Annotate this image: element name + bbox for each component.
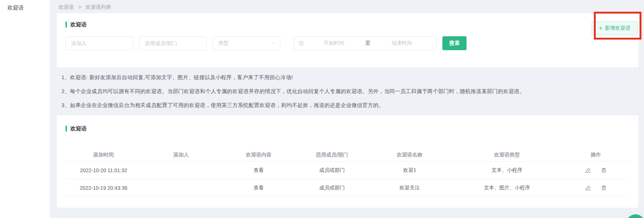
tips-list: 1、欢迎语: 新好友添加后自动回复,可添加文字、图片、链接以及小程序，客户来了不… [57, 73, 639, 109]
members-link[interactable]: 成员或部门 [297, 185, 367, 191]
welcome-table: 添加时间 添加人 欢迎语内容 适用成员/部门 欢迎语名称 欢迎语类型 操作 20… [65, 148, 630, 197]
cell-added-time: 2022-10-20 11:01:32 [65, 167, 142, 173]
table-section-title: 欢迎语 [70, 125, 87, 132]
sidebar: 欢迎语 [0, 0, 50, 218]
chevron-down-icon [271, 41, 276, 45]
end-time-placeholder[interactable]: 结束时间 [372, 40, 432, 47]
column-header-type: 欢迎语类型 [452, 152, 562, 158]
plus-icon: + [599, 25, 602, 32]
cell-actions [562, 167, 630, 173]
view-content-link[interactable]: 查看 [221, 185, 297, 191]
type-select[interactable]: 类型 [213, 36, 280, 50]
clock-icon [299, 41, 304, 46]
date-range-picker[interactable]: 开始时间 至 结束时间 [294, 36, 437, 50]
section-accent-bar [65, 126, 67, 132]
tip-line-3: 3、如果企业在企业微信后台为相关成员配置了可用的欢迎语，使用第三方系统配置欢迎语… [61, 101, 639, 109]
column-header-actions: 操作 [562, 152, 630, 158]
column-header-members: 适用成员/部门 [297, 152, 367, 158]
column-header-content: 欢迎语内容 [221, 152, 297, 158]
main-content: 欢迎语 > 欢迎语列表 欢迎语 + 新增欢迎语 类型 [50, 0, 644, 218]
app: { "sidebar": { "item_welcome": "欢迎语" }, … [0, 0, 644, 218]
type-select-placeholder: 类型 [218, 40, 229, 47]
sidebar-item-welcome[interactable]: 欢迎语 [0, 0, 50, 11]
edit-icon [585, 167, 591, 173]
delete-button[interactable] [601, 167, 607, 173]
table-header-row: 添加时间 添加人 欢迎语内容 适用成员/部门 欢迎语名称 欢迎语类型 操作 [65, 148, 630, 162]
adder-input[interactable] [65, 36, 133, 50]
column-header-adder: 添加人 [142, 152, 221, 158]
column-header-added-time: 添加时间 [65, 152, 142, 158]
delete-icon [601, 185, 607, 191]
table-row: 2022-10-20 11:01:32 查看 成员或部门 欢迎1 文本、小程序 [65, 162, 630, 179]
add-welcome-button[interactable]: + 新增欢迎语 [592, 21, 638, 35]
table-section-header: 欢迎语 [65, 125, 630, 132]
cell-welcome-type: 文本、图片、小程序 [452, 185, 562, 191]
breadcrumb-item-welcome-list: 欢迎语列表 [86, 4, 111, 10]
members-link[interactable]: 成员或部门 [297, 167, 367, 174]
cell-added-time: 2022-10-19 20:43:36 [65, 185, 142, 191]
breadcrumb-separator: > [78, 4, 81, 10]
cell-welcome-type: 文本、小程序 [452, 167, 562, 174]
filter-card: 欢迎语 + 新增欢迎语 类型 开始时间 至 结束时间 搜 [57, 13, 639, 67]
filter-section-title: 欢迎语 [70, 21, 87, 28]
section-accent-bar [65, 22, 67, 27]
column-header-name: 欢迎语名称 [367, 152, 452, 158]
tip-line-2: 2、每个企业成员均可以拥有不同的欢迎语。当部门欢迎语和个人专属的欢迎语并存的情况… [61, 87, 639, 95]
start-time-placeholder[interactable]: 开始时间 [304, 40, 364, 47]
search-button[interactable]: 搜索 [442, 36, 467, 50]
cell-welcome-name: 欢迎1 [367, 167, 452, 174]
floating-action-button[interactable] [626, 214, 644, 218]
delete-icon [601, 167, 607, 173]
breadcrumb: 欢迎语 > 欢迎语列表 [50, 0, 644, 11]
breadcrumb-item-welcome[interactable]: 欢迎语 [59, 4, 74, 10]
view-content-link[interactable]: 查看 [221, 167, 297, 174]
edit-button[interactable] [585, 185, 591, 191]
edit-button[interactable] [585, 167, 591, 173]
range-separator-label: 至 [364, 40, 372, 47]
table-card: 欢迎语 添加时间 添加人 欢迎语内容 适用成员/部门 欢迎语名称 欢迎语类型 操… [57, 115, 639, 208]
filter-section-header: 欢迎语 [65, 21, 630, 28]
add-welcome-button-label: 新增欢迎语 [605, 25, 630, 32]
edit-icon [585, 185, 591, 191]
members-input[interactable] [139, 36, 207, 50]
table-row: 2022-10-19 20:43:36 查看 成员或部门 欢迎关注 文本、图片、… [65, 179, 630, 197]
delete-button[interactable] [601, 185, 607, 191]
tip-line-1: 1、欢迎语: 新好友添加后自动回复,可添加文字、图片、链接以及小程序，客户来了不… [61, 73, 639, 81]
cell-actions [562, 185, 630, 191]
cell-welcome-name: 欢迎关注 [367, 185, 452, 191]
filter-row: 类型 开始时间 至 结束时间 搜索 [65, 36, 630, 50]
